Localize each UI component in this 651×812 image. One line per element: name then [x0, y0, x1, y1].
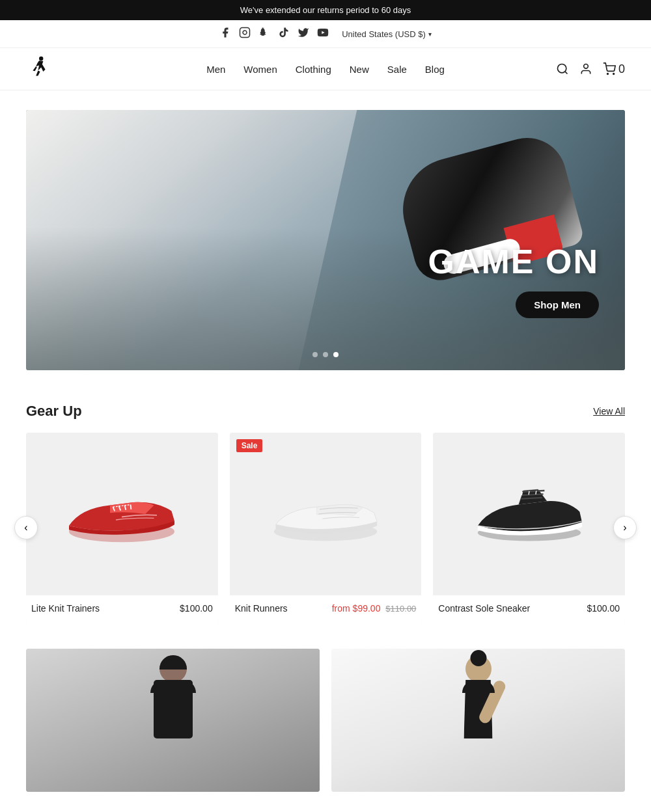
cart-button[interactable]: 0	[603, 62, 625, 76]
hero-banner: GAME ON Shop Men	[26, 110, 625, 370]
social-icons	[219, 27, 329, 41]
product-sneaker-black-icon	[471, 475, 588, 553]
product-card-3[interactable]: Contrast Sole Sneaker $100.00	[433, 433, 625, 623]
product-sneaker-red-icon	[63, 475, 180, 553]
hero-dots	[312, 352, 339, 357]
product-original-price-2: $110.00	[385, 604, 416, 614]
account-icon	[579, 62, 592, 75]
svg-rect-0	[240, 28, 250, 38]
products-grid: Lite Knit Trainers $100.00 Sale	[26, 433, 625, 623]
header-icons: 0	[556, 62, 625, 76]
instagram-icon[interactable]	[239, 27, 251, 41]
account-button[interactable]	[579, 62, 592, 75]
product-card-2[interactable]: Sale Knit Runners	[230, 433, 422, 623]
category-section	[26, 649, 625, 792]
product-sneaker-white-icon	[267, 475, 384, 553]
carousel-prev-button[interactable]: ‹	[14, 516, 38, 539]
logo-icon	[26, 56, 52, 82]
product-info-2: Knit Runners from $99.00 $110.00	[230, 595, 422, 623]
nav-clothing[interactable]: Clothing	[296, 64, 331, 75]
cart-icon	[603, 62, 616, 75]
currency-selector[interactable]: United States (USD $) ▾	[342, 29, 432, 39]
hero-dot-2[interactable]	[323, 352, 328, 357]
currency-chevron-icon: ▾	[428, 31, 432, 38]
category-card-women[interactable]	[331, 649, 625, 792]
product-price-3: $100.00	[587, 603, 620, 614]
product-price-2: from $99.00 $110.00	[332, 603, 417, 614]
product-name-3: Contrast Sole Sneaker	[438, 603, 530, 614]
gear-up-header: Gear Up View All	[26, 403, 625, 420]
product-price-1: $100.00	[180, 603, 213, 614]
search-button[interactable]	[556, 62, 569, 75]
nav-men[interactable]: Men	[206, 64, 225, 75]
gear-up-section: Gear Up View All ‹	[26, 403, 625, 623]
product-info-1: Lite Knit Trainers $100.00	[26, 595, 218, 623]
nav-blog[interactable]: Blog	[425, 64, 445, 75]
facebook-icon[interactable]	[219, 27, 231, 41]
product-card-1[interactable]: Lite Knit Trainers $100.00	[26, 433, 218, 623]
product-sale-price-2: from $99.00	[332, 603, 381, 614]
top-bar: United States (USD $) ▾	[0, 20, 651, 48]
svg-point-6	[584, 64, 589, 69]
nav-sale[interactable]: Sale	[387, 64, 407, 75]
hero-text: GAME ON Shop Men	[428, 242, 599, 318]
gear-up-title: Gear Up	[26, 403, 82, 420]
svg-point-8	[613, 74, 615, 75]
logo[interactable]	[26, 56, 52, 82]
search-icon	[556, 62, 569, 75]
product-image-2: Sale	[230, 433, 422, 595]
product-name-2: Knit Runners	[235, 603, 288, 614]
product-image-1	[26, 433, 218, 595]
currency-label: United States (USD $)	[342, 29, 426, 39]
svg-point-7	[607, 74, 609, 75]
product-name-1: Lite Knit Trainers	[31, 603, 100, 614]
hero-dot-3[interactable]	[333, 352, 339, 357]
twitter-icon[interactable]	[298, 27, 309, 41]
nav-women[interactable]: Women	[243, 64, 277, 75]
announcement-text: We've extended our returns period to 60 …	[240, 5, 411, 15]
svg-line-5	[565, 72, 568, 74]
sale-badge-2: Sale	[236, 439, 263, 452]
main-nav: Men Women Clothing New Sale Blog	[206, 64, 445, 75]
hero-background	[26, 110, 625, 370]
hero-cta-button[interactable]: Shop Men	[516, 291, 599, 318]
youtube-icon[interactable]	[317, 27, 329, 41]
category-card-men[interactable]	[26, 649, 320, 792]
hero-dot-1[interactable]	[312, 352, 318, 357]
hero-title: GAME ON	[428, 242, 599, 281]
tiktok-icon[interactable]	[278, 27, 290, 41]
view-all-link[interactable]: View All	[593, 406, 625, 416]
snapchat-icon[interactable]	[258, 27, 270, 41]
nav-new[interactable]: New	[350, 64, 369, 75]
carousel-next-button[interactable]: ›	[613, 516, 637, 539]
product-info-3: Contrast Sole Sneaker $100.00	[433, 595, 625, 623]
announcement-bar: We've extended our returns period to 60 …	[0, 0, 651, 20]
svg-point-4	[557, 64, 566, 73]
svg-point-3	[39, 57, 43, 61]
cart-count: 0	[618, 62, 625, 76]
product-carousel: ‹	[26, 433, 625, 623]
header: Men Women Clothing New Sale Blog 0	[0, 48, 651, 90]
product-image-3	[433, 433, 625, 595]
